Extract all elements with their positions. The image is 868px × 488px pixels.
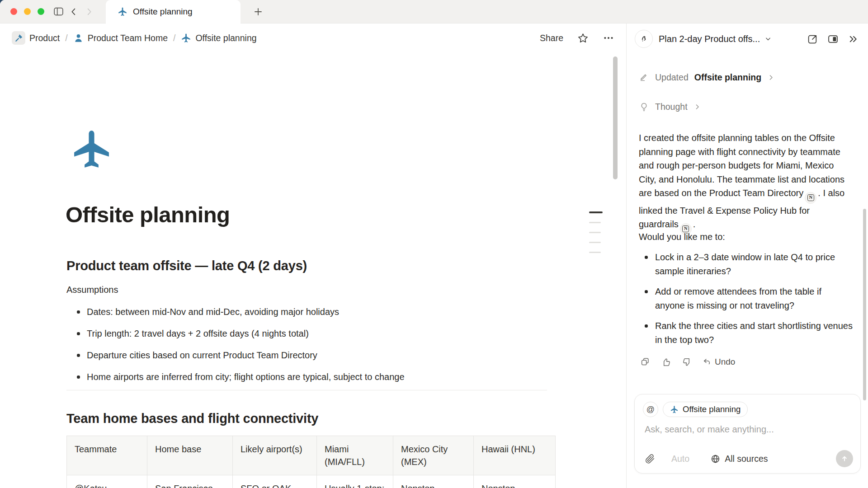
- table-cell[interactable]: Nonstop: [393, 475, 474, 488]
- breadcrumb-separator: /: [64, 33, 68, 43]
- zoom-window-button[interactable]: [38, 8, 44, 15]
- chevron-down-icon[interactable]: [764, 34, 773, 43]
- back-button[interactable]: [66, 4, 81, 19]
- table-of-contents-indicator[interactable]: [589, 211, 603, 253]
- all-sources-button[interactable]: All sources: [710, 454, 768, 464]
- message-part: .: [693, 219, 696, 229]
- chevron-right-icon: [693, 103, 701, 111]
- tab-title: Offsite planning: [133, 7, 193, 17]
- page-title: Offsite planning: [66, 202, 230, 227]
- person-icon: [73, 33, 84, 43]
- table-header[interactable]: Likely airport(s): [233, 436, 317, 475]
- doc-heading-flight-connectivity: Team home bases and flight connectivity: [66, 411, 318, 426]
- list-item: Departure cities based on current Produc…: [76, 348, 405, 370]
- context-chip-label: Offsite planning: [683, 404, 741, 414]
- breadcrumb-label: Product Team Home: [88, 33, 168, 43]
- table-header[interactable]: Mexico City (MEX): [393, 436, 474, 475]
- breadcrumb-item-product-team-home[interactable]: Product Team Home: [73, 33, 168, 43]
- ai-prompt-input[interactable]: [645, 424, 839, 435]
- all-sources-label: All sources: [725, 454, 768, 464]
- ai-suggestions-list: Lock in a 2–3 date window in late Q4 to …: [639, 250, 854, 354]
- table-row: @Katsu San Francisco SFO or OAK Usually …: [67, 475, 556, 488]
- ai-message-text: I created the offsite planning tables on…: [639, 131, 847, 235]
- flight-connectivity-table: Teammate Home base Likely airport(s) Mia…: [66, 436, 556, 488]
- composer-toolbar: Auto All sources: [645, 450, 853, 467]
- breadcrumb-item-offsite-planning[interactable]: Offsite planning: [181, 33, 256, 43]
- thought-step-row[interactable]: Thought: [639, 102, 701, 112]
- undo-button[interactable]: Undo: [702, 357, 735, 367]
- ai-panel-scrollbar[interactable]: [863, 209, 866, 400]
- doc-heading-offsite: Product team offsite — late Q4 (2 days): [66, 258, 307, 273]
- page-icon-airplane[interactable]: [70, 128, 113, 172]
- ai-thread-title[interactable]: Plan 2-day Product offs...: [659, 34, 760, 44]
- table-cell[interactable]: Nonstop: [474, 475, 556, 488]
- new-chat-compose-icon[interactable]: [807, 33, 818, 45]
- breadcrumb: Product / Product Team Home / Offsite pl…: [12, 31, 257, 45]
- auto-mode-label[interactable]: Auto: [671, 454, 689, 464]
- toc-dash-active[interactable]: [589, 211, 603, 213]
- breadcrumb-label: Product: [29, 33, 60, 43]
- composer-context-chips: @ Offsite planning: [643, 402, 748, 417]
- list-item: Rank the three cities and start shortlis…: [639, 319, 854, 347]
- list-item: Add or remove attendees from the table i…: [639, 285, 854, 312]
- doc-subheading-assumptions: Assumptions: [66, 285, 118, 295]
- attachment-paperclip-icon[interactable]: [645, 454, 655, 464]
- updated-label: Updated: [655, 72, 689, 83]
- new-tab-button[interactable]: [250, 4, 266, 19]
- person-mention[interactable]: @Katsu: [75, 483, 107, 488]
- ai-face-icon: [635, 30, 653, 48]
- close-window-button[interactable]: [10, 8, 17, 15]
- window-controls: [10, 8, 44, 15]
- mention-at-button[interactable]: @: [643, 402, 658, 417]
- thumbs-down-icon[interactable]: [679, 355, 694, 369]
- toc-dash[interactable]: [589, 242, 601, 243]
- more-options-ellipsis-icon[interactable]: [603, 32, 614, 44]
- copy-icon[interactable]: [637, 355, 653, 369]
- breadcrumb-item-product[interactable]: Product: [12, 31, 60, 45]
- panel-layout-icon[interactable]: [827, 33, 839, 45]
- table-cell[interactable]: SFO or OAK: [233, 475, 317, 488]
- table-header[interactable]: Hawaii (HNL): [474, 436, 556, 475]
- toc-dash[interactable]: [589, 232, 601, 233]
- forward-button[interactable]: [81, 4, 97, 19]
- notion-page-badge-icon[interactable]: N: [805, 192, 816, 204]
- edit-pencil-icon: [639, 72, 649, 83]
- ai-header-buttons: [807, 33, 859, 45]
- ai-assistant-panel: Plan 2-day Product offs...: [626, 23, 868, 488]
- globe-icon: [710, 454, 721, 464]
- table-header[interactable]: Teammate: [67, 436, 147, 475]
- chevron-right-icon: [767, 74, 775, 81]
- list-item: Lock in a 2–3 date window in late Q4 to …: [639, 250, 854, 278]
- doc-header: Product / Product Team Home / Offsite pl…: [0, 23, 626, 52]
- share-button[interactable]: Share: [540, 33, 563, 43]
- main-scrollbar[interactable]: [613, 56, 618, 179]
- assumptions-list: Dates: between mid-Nov and mid-Dec, avoi…: [76, 305, 405, 392]
- send-button[interactable]: [836, 450, 853, 467]
- toc-dash[interactable]: [589, 252, 601, 253]
- updated-step-row[interactable]: Updated Offsite planning: [639, 72, 775, 83]
- collapse-panel-double-chevron-icon[interactable]: [848, 33, 859, 45]
- context-chip-offsite-planning[interactable]: Offsite planning: [663, 402, 748, 417]
- thumbs-up-icon[interactable]: [658, 355, 674, 369]
- message-part: I created the offsite planning tables on…: [639, 133, 844, 198]
- ai-question-text: Would you like me to:: [639, 232, 725, 242]
- favorite-star-icon[interactable]: [577, 32, 589, 44]
- airplane-icon: [670, 405, 679, 414]
- main-content-area: Product / Product Team Home / Offsite pl…: [0, 23, 626, 488]
- table-cell[interactable]: Usually 1-stop;: [317, 475, 393, 488]
- ai-message-actions: Undo: [637, 355, 735, 369]
- toc-dash[interactable]: [589, 222, 601, 223]
- tab-bar: Offsite planning: [0, 0, 868, 23]
- airplane-icon: [118, 7, 127, 17]
- hammer-teamspace-icon: [12, 31, 25, 45]
- tab-offsite-planning[interactable]: Offsite planning: [106, 0, 241, 23]
- updated-page-name: Offsite planning: [694, 72, 761, 83]
- undo-label: Undo: [715, 357, 735, 367]
- table-header[interactable]: Miami (MIA/FLL): [317, 436, 393, 475]
- breadcrumb-separator: /: [172, 33, 176, 43]
- table-header[interactable]: Home base: [147, 436, 233, 475]
- sidebar-toggle-icon[interactable]: [51, 4, 66, 19]
- table-cell[interactable]: San Francisco: [147, 475, 233, 488]
- undo-arrow-icon: [702, 357, 712, 367]
- minimize-window-button[interactable]: [24, 8, 31, 15]
